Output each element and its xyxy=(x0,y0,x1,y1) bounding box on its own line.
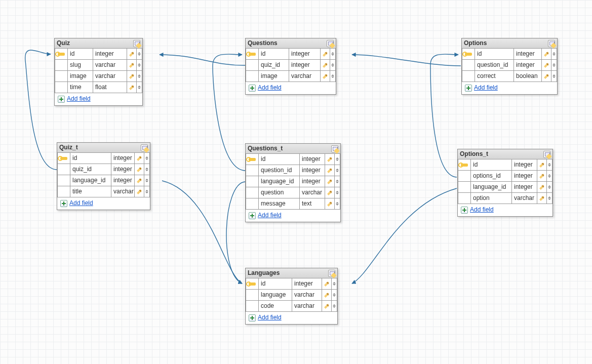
field-row[interactable]: idinteger xyxy=(55,49,142,60)
field-row[interactable]: question_idinteger xyxy=(462,60,557,71)
reorder-field-button[interactable] xyxy=(334,187,340,198)
edit-field-button[interactable] xyxy=(537,171,547,182)
edit-field-button[interactable] xyxy=(322,301,332,312)
edit-table-icon[interactable] xyxy=(327,40,334,47)
field-row[interactable]: imagevarchar xyxy=(55,71,142,82)
reorder-field-button[interactable] xyxy=(546,159,552,171)
reorder-field-button[interactable] xyxy=(546,193,552,204)
relation-line[interactable] xyxy=(226,182,245,284)
reorder-field-button[interactable] xyxy=(551,71,557,82)
edit-field-button[interactable] xyxy=(134,186,144,197)
relation-line[interactable] xyxy=(352,188,457,284)
edit-field-button[interactable] xyxy=(541,71,551,82)
add-field-link[interactable]: Add field xyxy=(474,84,498,92)
reorder-field-button[interactable] xyxy=(546,171,552,182)
field-row[interactable]: language_idinteger xyxy=(246,176,340,187)
relation-line[interactable] xyxy=(352,55,461,66)
edit-field-button[interactable] xyxy=(325,187,335,198)
edit-field-button[interactable] xyxy=(127,71,137,82)
reorder-field-button[interactable] xyxy=(136,49,142,60)
field-row[interactable]: correctboolean xyxy=(462,71,557,82)
field-row[interactable]: options_idinteger xyxy=(458,171,552,182)
field-row[interactable]: idinteger xyxy=(246,278,337,290)
field-row[interactable]: language_idinteger xyxy=(57,175,150,186)
reorder-field-button[interactable] xyxy=(330,71,336,82)
reorder-field-button[interactable] xyxy=(334,154,340,165)
reorder-field-button[interactable] xyxy=(551,60,557,71)
field-row[interactable]: codevarchar xyxy=(246,301,337,312)
edit-table-icon[interactable] xyxy=(548,40,555,47)
relation-line[interactable] xyxy=(160,55,245,65)
reorder-field-button[interactable] xyxy=(144,175,150,186)
table-titlebar[interactable]: Quiz_t xyxy=(57,143,150,153)
field-row[interactable]: languagevarchar xyxy=(246,290,337,301)
field-row[interactable]: idinteger xyxy=(246,49,336,60)
edit-field-button[interactable] xyxy=(537,193,547,204)
edit-field-button[interactable] xyxy=(134,164,144,175)
add-field-link[interactable]: Add field xyxy=(258,212,282,220)
table-options_t[interactable]: Options_tidintegeroptions_idintegerlangu… xyxy=(457,149,553,217)
field-row[interactable]: messagetext xyxy=(246,198,340,210)
field-row[interactable]: idinteger xyxy=(462,49,557,60)
relation-line[interactable] xyxy=(25,50,57,170)
field-row[interactable]: timefloat xyxy=(55,82,142,93)
table-titlebar[interactable]: Languages xyxy=(246,268,337,278)
add-field-link[interactable]: Add field xyxy=(470,206,494,214)
add-field-link[interactable]: Add field xyxy=(258,314,282,322)
relation-line[interactable] xyxy=(213,54,245,171)
field-row[interactable]: optionvarchar xyxy=(458,193,552,204)
reorder-field-button[interactable] xyxy=(331,290,337,301)
field-row[interactable]: titlevarchar xyxy=(57,186,150,197)
table-titlebar[interactable]: Options_t xyxy=(458,149,552,159)
table-questions[interactable]: Questionsidintegerquiz_idintegerimagevar… xyxy=(245,38,336,95)
table-languages[interactable]: Languagesidintegerlanguagevarcharcodevar… xyxy=(245,268,338,325)
field-row[interactable]: imagevarchar xyxy=(246,71,336,82)
edit-table-icon[interactable] xyxy=(331,145,338,152)
reorder-field-button[interactable] xyxy=(334,176,340,187)
edit-field-button[interactable] xyxy=(322,290,332,301)
edit-field-button[interactable] xyxy=(134,153,144,164)
add-field-link[interactable]: Add field xyxy=(67,95,91,103)
reorder-field-button[interactable] xyxy=(334,165,340,176)
field-row[interactable]: question_idinteger xyxy=(246,165,340,176)
reorder-field-button[interactable] xyxy=(331,301,337,312)
table-titlebar[interactable]: Questions_t xyxy=(246,144,340,154)
reorder-field-button[interactable] xyxy=(136,82,142,93)
add-field-link[interactable]: Add field xyxy=(69,199,93,208)
edit-field-button[interactable] xyxy=(127,82,137,93)
edit-table-icon[interactable] xyxy=(141,144,148,151)
table-titlebar[interactable]: Options xyxy=(462,38,557,49)
field-row[interactable]: language_idinteger xyxy=(458,182,552,193)
edit-table-icon[interactable] xyxy=(133,40,140,47)
edit-field-button[interactable] xyxy=(127,60,137,71)
edit-field-button[interactable] xyxy=(320,71,330,82)
table-titlebar[interactable]: Quiz xyxy=(55,38,142,49)
field-row[interactable]: quiz_idinteger xyxy=(57,164,150,175)
reorder-field-button[interactable] xyxy=(330,49,336,60)
edit-field-button[interactable] xyxy=(325,198,335,210)
edit-field-button[interactable] xyxy=(320,49,330,60)
reorder-field-button[interactable] xyxy=(144,153,150,164)
table-quiz_t[interactable]: Quiz_tidintegerquiz_idintegerlanguage_id… xyxy=(57,142,150,210)
reorder-field-button[interactable] xyxy=(331,278,337,290)
edit-table-icon[interactable] xyxy=(543,151,550,158)
table-options[interactable]: Optionsidintegerquestion_idintegercorrec… xyxy=(461,38,558,95)
field-row[interactable]: idinteger xyxy=(246,154,340,165)
table-questions_t[interactable]: Questions_tidintegerquestion_idintegerla… xyxy=(245,143,341,222)
edit-field-button[interactable] xyxy=(325,165,335,176)
table-titlebar[interactable]: Questions xyxy=(246,38,336,49)
reorder-field-button[interactable] xyxy=(546,182,552,193)
reorder-field-button[interactable] xyxy=(144,186,150,197)
table-quiz[interactable]: Quizidintegerslugvarcharimagevarchartime… xyxy=(54,38,143,106)
edit-field-button[interactable] xyxy=(322,278,332,290)
add-field-link[interactable]: Add field xyxy=(258,84,282,92)
edit-field-button[interactable] xyxy=(325,154,335,165)
edit-table-icon[interactable] xyxy=(328,270,335,277)
relation-line[interactable] xyxy=(430,54,458,177)
field-row[interactable]: quiz_idinteger xyxy=(246,60,336,71)
edit-field-button[interactable] xyxy=(537,182,547,193)
edit-field-button[interactable] xyxy=(320,60,330,71)
reorder-field-button[interactable] xyxy=(330,60,336,71)
relation-line[interactable] xyxy=(162,181,242,284)
reorder-field-button[interactable] xyxy=(136,71,142,82)
